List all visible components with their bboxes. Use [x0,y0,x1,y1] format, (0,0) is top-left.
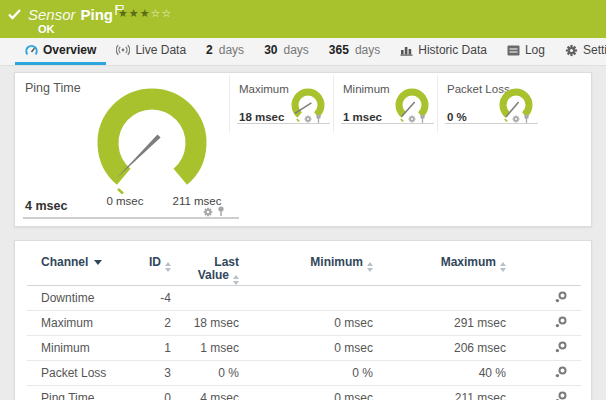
ping-time-gauge [90,81,214,205]
small-gauge-title: Minimum [343,83,390,95]
tab-overview[interactable]: Overview [15,38,106,65]
table-row[interactable]: Maximum 2 18 msec 0 msec 291 msec [27,311,581,336]
table-row[interactable]: Downtime -4 [27,286,581,311]
tab-settings[interactable]: Settings [555,38,606,65]
sensor-header: SensorPing ★★★☆☆ OK [0,0,606,38]
channel-name[interactable]: Downtime [27,286,117,311]
channel-last-value [171,286,239,311]
col-header-id[interactable]: ID [117,251,171,286]
col-header-maximum[interactable]: Maximum [373,251,506,286]
channel-id: 3 [117,361,171,386]
channel-maximum [373,286,506,311]
channel-last-value: 1 msec [171,336,239,361]
col-header-last-value[interactable]: LastValue [171,251,239,286]
tab-historic-data[interactable]: Historic Data [390,38,497,65]
channel-name[interactable]: Ping Time [27,386,117,400]
prtg-sensor-overview: SensorPing ★★★☆☆ OK Overview Live [0,0,606,400]
tab-bar: Overview Live Data 2days 30days 365days [0,38,606,66]
col-header-minimum[interactable]: Minimum [239,251,373,286]
gauge-underline [23,217,239,219]
channel-id: -4 [117,286,171,311]
table-row[interactable]: Ping Time 0 4 msec 0 msec 211 msec [27,386,581,400]
tab-live-data[interactable]: Live Data [106,38,196,65]
primary-gauge-value: 4 msec [25,199,67,213]
channels-table: Channel ID LastValue Minimum Maximum Dow… [27,251,581,400]
channel-last-value: 0 % [171,361,239,386]
tab-log[interactable]: Log [497,38,555,65]
gauge-icon [25,44,38,57]
small-gauge-value: 1 msec [343,111,382,123]
gauge-settings-gear-icon[interactable] [512,115,520,123]
small-gauge-value: 0 % [447,111,467,123]
sensor-name: Ping [81,6,114,23]
sort-icon [500,262,506,272]
channel-minimum: 0 msec [239,311,373,336]
channel-minimum: 0 msec [239,336,373,361]
gauge-pin-icon[interactable] [217,206,225,217]
table-row[interactable]: Packet Loss 3 0 % 0 % 40 % [27,361,581,386]
channel-minimum: 0 msec [239,386,373,400]
tab-label: Settings [583,43,606,57]
small-gauge-value: 18 msec [239,111,284,123]
channel-maximum: 211 msec [373,386,506,400]
gauge-scale-min: 0 msec [100,195,150,207]
sort-icon [165,262,171,272]
small-gauge-maximum: Maximum 18 msec [229,75,331,133]
tab-30-days[interactable]: 30days [254,38,319,65]
channel-maximum: 291 msec [373,311,506,336]
gauge-underline [445,123,538,124]
gauges-panel: Ping Time 0 msec 211 msec 4 msec [14,72,592,227]
gauge-settings-gear-icon[interactable] [408,115,416,123]
channel-name[interactable]: Maximum [27,311,117,336]
channel-maximum: 40 % [373,361,506,386]
channel-name[interactable]: Packet Loss [27,361,117,386]
gauge-settings-gear-icon[interactable] [203,207,213,217]
log-icon [507,45,520,56]
col-header-channel[interactable]: Channel [27,251,117,286]
priority-stars[interactable]: ★★★☆☆ [118,7,172,20]
broadcast-icon [116,44,130,56]
channels-panel: Channel ID LastValue Minimum Maximum Dow… [14,240,592,400]
channel-settings-icon[interactable] [555,291,567,303]
tab-label: Overview [43,43,96,57]
small-gauge-minimum: Minimum 1 msec [333,75,435,133]
channel-last-value: 18 msec [171,311,239,336]
sensor-type-label: Sensor [28,6,76,23]
tab-2-days[interactable]: 2days [196,38,254,65]
channel-id: 0 [117,386,171,400]
status-badge: OK [38,23,55,35]
gauge-underline [237,123,330,124]
channel-name[interactable]: Minimum [27,336,117,361]
channel-settings-icon[interactable] [555,366,567,378]
bar-chart-icon [400,44,413,56]
channel-settings-icon[interactable] [555,341,567,353]
channel-id: 2 [117,311,171,336]
gauge-underline [341,123,434,124]
sort-icon [233,275,239,285]
primary-gauge-title: Ping Time [25,81,81,95]
channel-minimum: 0 % [239,361,373,386]
tab-label: Log [525,43,545,57]
channel-settings-icon[interactable] [555,391,567,400]
gauge-settings-gear-icon[interactable] [304,115,312,123]
channel-last-value: 4 msec [171,386,239,400]
channel-minimum [239,286,373,311]
table-row[interactable]: Minimum 1 1 msec 0 msec 206 msec [27,336,581,361]
gear-icon [565,44,578,57]
channel-settings-icon[interactable] [555,316,567,328]
channel-maximum: 206 msec [373,336,506,361]
tab-label: Live Data [135,43,186,57]
small-gauge-packet-loss: Packet Loss 0 % [437,75,539,133]
ok-check-icon [8,9,21,20]
sort-icon [367,262,373,272]
sort-caret-icon [94,260,102,265]
small-gauge-title: Maximum [239,83,289,95]
tab-label: Historic Data [418,43,487,57]
channel-id: 1 [117,336,171,361]
tab-365-days[interactable]: 365days [319,38,390,65]
